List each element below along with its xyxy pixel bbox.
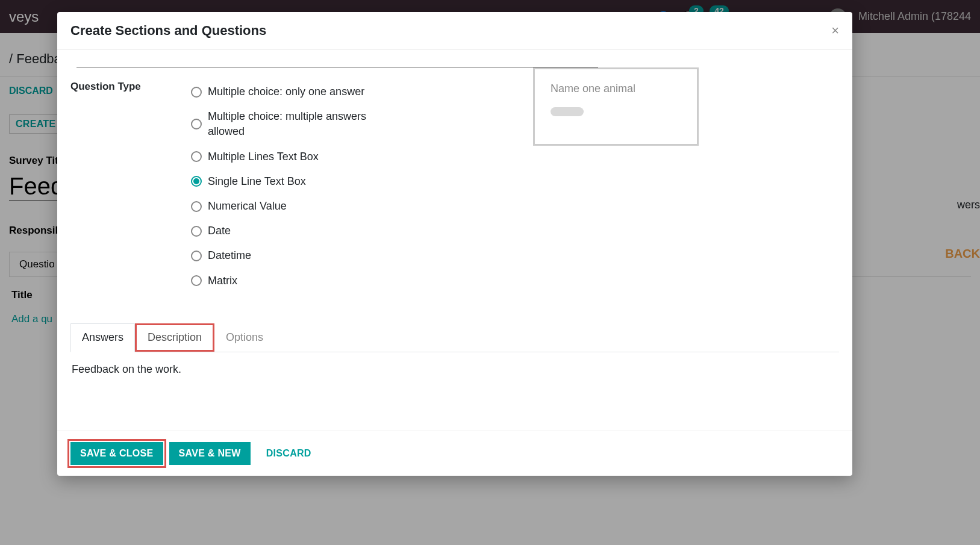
radio-icon [191, 251, 202, 261]
radio-date[interactable]: Date [191, 219, 408, 243]
radio-label: Date [208, 223, 231, 238]
radio-label: Multiple Lines Text Box [208, 149, 319, 164]
modal-dialog: Create Sections and Questions × Name one… [57, 12, 852, 476]
question-type-options: Multiple choice: only one answer Multipl… [191, 79, 408, 293]
radio-icon [191, 87, 202, 98]
radio-label: Single Line Text Box [208, 174, 306, 189]
preview-placeholder-bar [551, 107, 584, 116]
radio-label: Multiple choice: multiple answersallowed [208, 109, 366, 139]
radio-numerical[interactable]: Numerical Value [191, 194, 408, 219]
tab-answers[interactable]: Answers [70, 323, 135, 352]
radio-singleline[interactable]: Single Line Text Box [191, 169, 408, 194]
radio-label: Matrix [208, 273, 237, 288]
radio-datetime[interactable]: Datetime [191, 243, 408, 268]
question-preview: Name one animal [533, 67, 699, 146]
radio-icon [191, 226, 202, 237]
tab-options[interactable]: Options [214, 323, 275, 352]
radio-label: Multiple choice: only one answer [208, 84, 364, 99]
radio-icon [191, 201, 202, 212]
question-type-row: Question Type Multiple choice: only one … [70, 79, 839, 293]
radio-label: Numerical Value [208, 199, 287, 214]
close-button[interactable]: × [831, 23, 839, 39]
save-close-button[interactable]: Save & Close [70, 442, 163, 465]
modal-body: Name one animal Question Type Multiple c… [57, 50, 852, 431]
radio-multiline[interactable]: Multiple Lines Text Box [191, 145, 408, 169]
radio-icon [191, 176, 202, 187]
radio-mc-multi[interactable]: Multiple choice: multiple answersallowed [191, 104, 408, 144]
modal-header: Create Sections and Questions × [57, 12, 852, 50]
radio-label: Datetime [208, 248, 251, 263]
tab-description[interactable]: Description [135, 323, 214, 352]
description-content[interactable]: Feedback on the work. [70, 352, 839, 419]
question-tabs: Answers Description Options [70, 323, 839, 352]
discard-button[interactable]: Discard [257, 442, 321, 465]
question-name-input-line[interactable] [76, 50, 598, 67]
save-new-button[interactable]: Save & New [169, 442, 251, 465]
radio-icon [191, 119, 202, 129]
radio-mc-one[interactable]: Multiple choice: only one answer [191, 79, 408, 104]
preview-label: Name one animal [551, 83, 681, 95]
radio-icon [191, 275, 202, 286]
question-type-label: Question Type [70, 79, 191, 293]
radio-matrix[interactable]: Matrix [191, 269, 408, 293]
radio-icon [191, 151, 202, 162]
modal-footer: Save & Close Save & New Discard [57, 431, 852, 476]
modal-title: Create Sections and Questions [70, 23, 266, 39]
